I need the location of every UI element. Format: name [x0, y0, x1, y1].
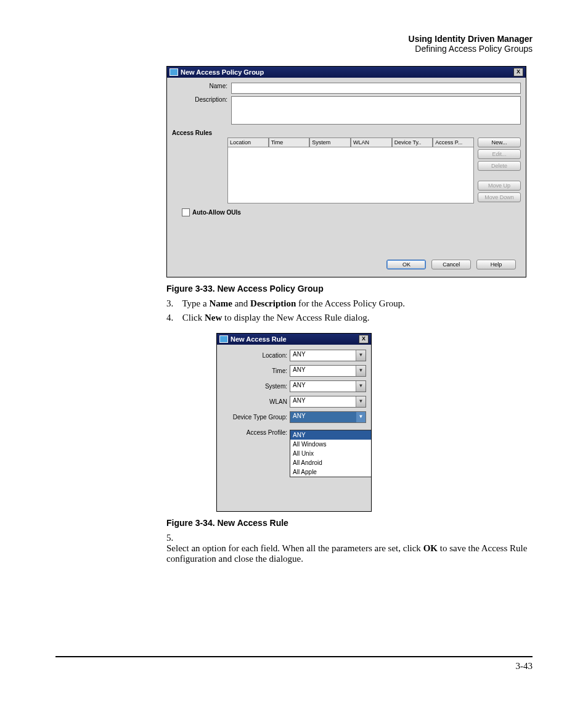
dialog-title: New Access Policy Group — [181, 68, 264, 76]
device-type-group-select[interactable]: ANY ▼ — [290, 411, 366, 423]
window-icon — [219, 335, 228, 343]
move-up-button[interactable]: Move Up — [478, 181, 521, 191]
time-label: Time: — [222, 367, 290, 374]
device-type-group-label: Device Type Group: — [222, 414, 290, 421]
page-footer: 3-43 — [55, 656, 533, 671]
system-label: System: — [222, 383, 290, 390]
col-time[interactable]: Time — [269, 138, 310, 147]
col-location[interactable]: Location — [227, 138, 269, 147]
figure-33-caption: Figure 3-33. New Access Policy Group — [166, 284, 533, 293]
system-select[interactable]: ANY ▼ — [290, 380, 366, 392]
page-number: 3-43 — [516, 661, 533, 671]
page-header: Using Identity Driven Manager Defining A… — [55, 34, 533, 54]
cancel-button[interactable]: Cancel — [431, 260, 471, 269]
name-label: Name: — [172, 83, 231, 89]
time-select[interactable]: ANY ▼ — [290, 365, 366, 377]
dropdown-option[interactable]: All Apple — [290, 467, 371, 477]
rules-table[interactable]: Location Time System WLAN Device Ty.. Ac… — [227, 138, 474, 203]
header-section: Defining Access Policy Groups — [55, 44, 533, 54]
col-wlan[interactable]: WLAN — [351, 138, 392, 147]
location-label: Location: — [222, 352, 290, 359]
figure-34-caption: Figure 3-34. New Access Rule — [166, 518, 533, 528]
col-device-type[interactable]: Device Ty.. — [392, 138, 433, 147]
delete-button[interactable]: Delete — [478, 161, 521, 171]
close-icon[interactable]: X — [359, 335, 369, 343]
dialog-titlebar: New Access Policy Group X — [167, 67, 526, 78]
wlan-select[interactable]: ANY ▼ — [290, 396, 366, 408]
chevron-down-icon[interactable]: ▼ — [356, 350, 365, 361]
window-icon — [169, 68, 178, 76]
new-button[interactable]: New... — [478, 138, 521, 147]
step-5: 5. Select an option for each field. When… — [166, 533, 533, 564]
new-access-policy-group-dialog: New Access Policy Group X Name: Descript… — [166, 66, 526, 277]
location-select[interactable]: ANY ▼ — [290, 350, 366, 361]
access-profile-label: Access Profile: — [222, 429, 290, 436]
chevron-down-icon[interactable]: ▼ — [356, 381, 365, 392]
name-input[interactable] — [231, 83, 521, 94]
dialog2-title: New Access Rule — [231, 335, 287, 343]
auto-allow-ouis-checkbox[interactable] — [182, 208, 190, 216]
description-input[interactable] — [231, 96, 521, 125]
chevron-down-icon[interactable]: ▼ — [356, 396, 365, 407]
access-rules-label: Access Rules — [172, 129, 521, 136]
chevron-down-icon[interactable]: ▼ — [356, 366, 365, 376]
auto-allow-ouis-label: Auto-Allow OUIs — [192, 209, 241, 216]
step-4: 4. Click New to display the New Access R… — [166, 313, 533, 323]
col-system[interactable]: System — [309, 138, 351, 147]
rules-table-body[interactable] — [227, 147, 474, 203]
dropdown-option[interactable]: All Android — [290, 458, 371, 467]
dropdown-option[interactable]: All Windows — [290, 440, 371, 449]
step-3: 3. Type a Name and Description for the A… — [166, 298, 533, 309]
description-label: Description: — [172, 96, 231, 103]
new-access-rule-dialog: New Access Rule X Location: ANY ▼ Time: … — [216, 333, 372, 512]
chevron-down-icon[interactable]: ▼ — [356, 412, 365, 422]
close-icon[interactable]: X — [513, 68, 523, 76]
dialog2-titlebar: New Access Rule X — [217, 334, 371, 345]
col-access-profile[interactable]: Access P... — [433, 138, 474, 147]
edit-button[interactable]: Edit... — [478, 149, 521, 159]
header-chapter: Using Identity Driven Manager — [55, 34, 533, 44]
dropdown-option[interactable]: All Unix — [290, 449, 371, 458]
wlan-label: WLAN — [222, 398, 290, 405]
help-button[interactable]: Help — [476, 260, 516, 269]
ok-button[interactable]: OK — [386, 260, 426, 269]
move-down-button[interactable]: Move Down — [478, 192, 521, 202]
